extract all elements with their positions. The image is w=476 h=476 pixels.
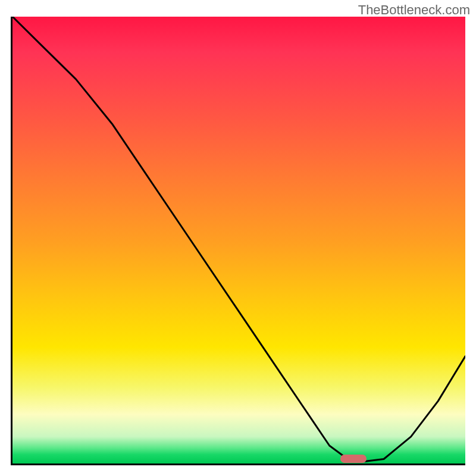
plot-area: [11, 17, 465, 465]
bottleneck-curve: [12, 17, 465, 464]
watermark-text: TheBottleneck.com: [358, 2, 470, 18]
chart-root: TheBottleneck.com: [0, 0, 476, 476]
optimal-marker: [340, 455, 367, 463]
